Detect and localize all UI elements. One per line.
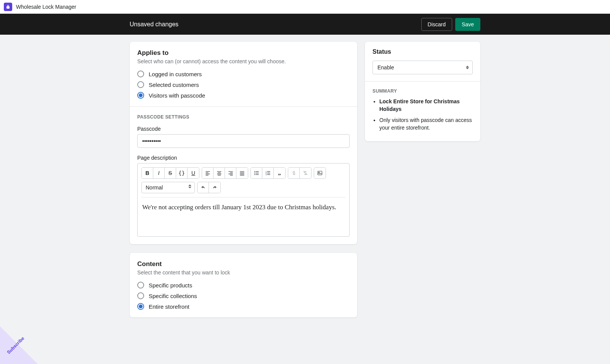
- svg-point-3: [254, 174, 255, 175]
- radio-icon: [137, 282, 144, 289]
- applies-to-heading: Applies to: [137, 49, 350, 57]
- passcode-settings-heading: PASSCODE SETTINGS: [137, 114, 350, 120]
- status-select[interactable]: Enable: [372, 61, 473, 74]
- applies-to-card: Applies to Select who can (or cannot) ac…: [130, 42, 357, 244]
- page-description-label: Page description: [137, 155, 350, 161]
- radio-icon: [137, 292, 144, 299]
- radio-selected-customers[interactable]: Selected customers: [137, 81, 350, 88]
- align-left-button[interactable]: [202, 168, 214, 178]
- blockquote-button[interactable]: ,,: [274, 168, 285, 178]
- titlebar: Wholesale Lock Manager: [0, 0, 610, 14]
- unordered-list-button[interactable]: [251, 168, 262, 178]
- content-heading: Content: [137, 260, 350, 268]
- radio-label: Entire storefront: [149, 303, 189, 310]
- status-card: Status Enable SUMMARY Lock Entire Store …: [365, 42, 480, 141]
- radio-entire-storefront[interactable]: Entire storefront: [137, 303, 350, 310]
- summary-item: Lock Entire Store for Christmas Holidays: [379, 98, 473, 113]
- svg-rect-5: [255, 173, 258, 173]
- summary-item: Only visitors with passcode can access y…: [379, 116, 473, 132]
- radio-label: Logged in customers: [149, 71, 202, 77]
- app-icon: [4, 3, 12, 11]
- unsaved-changes-label: Unsaved changes: [130, 21, 178, 28]
- radio-specific-collections[interactable]: Specific collections: [137, 292, 350, 299]
- code-button[interactable]: {}: [176, 168, 188, 178]
- radio-icon: [137, 92, 144, 99]
- undo-button[interactable]: [197, 182, 209, 193]
- strikethrough-button[interactable]: S: [165, 168, 176, 178]
- align-center-button[interactable]: [214, 168, 225, 178]
- save-button[interactable]: Save: [455, 18, 480, 31]
- summary-heading: SUMMARY: [372, 88, 473, 94]
- applies-to-sub: Select who can (or cannot) access the co…: [137, 58, 350, 64]
- passcode-label: Passcode: [137, 126, 350, 132]
- radio-label: Selected customers: [149, 82, 199, 88]
- app-name: Wholesale Lock Manager: [16, 4, 76, 10]
- passcode-input[interactable]: [137, 134, 350, 148]
- link-button[interactable]: [288, 168, 300, 178]
- underline-button[interactable]: U: [188, 168, 199, 178]
- radio-specific-products[interactable]: Specific products: [137, 282, 350, 289]
- align-justify-button[interactable]: [236, 168, 248, 178]
- subscribe-corner[interactable]: Subscribe: [0, 311, 53, 341]
- rich-text-editor: B I S {} U: [137, 163, 350, 237]
- radio-visitors-with-passcode[interactable]: Visitors with passcode: [137, 92, 350, 99]
- svg-rect-4: [255, 171, 258, 172]
- discard-button[interactable]: Discard: [421, 18, 452, 31]
- select-caret-icon: [466, 66, 469, 69]
- redo-button[interactable]: [209, 182, 220, 193]
- page-description-editor[interactable]: We're not accepting orders till January …: [141, 202, 345, 233]
- radio-logged-in-customers[interactable]: Logged in customers: [137, 71, 350, 77]
- radio-icon: [137, 71, 144, 77]
- svg-rect-10: [267, 171, 270, 172]
- content-card: Content Select the content that you want…: [130, 253, 357, 317]
- radio-label: Visitors with passcode: [149, 92, 205, 99]
- format-select[interactable]: Normal: [141, 182, 195, 193]
- svg-point-2: [254, 173, 255, 173]
- svg-rect-6: [255, 174, 258, 175]
- radio-label: Specific products: [149, 282, 192, 289]
- svg-point-1: [254, 171, 255, 172]
- format-select-value: Normal: [146, 184, 163, 191]
- svg-text:3: 3: [265, 174, 266, 176]
- radio-icon: [137, 81, 144, 88]
- actionbar: Unsaved changes Discard Save: [0, 14, 610, 35]
- status-select-value: Enable: [377, 64, 394, 71]
- image-button[interactable]: [314, 168, 326, 178]
- svg-rect-13: [318, 171, 322, 175]
- svg-rect-12: [267, 174, 270, 175]
- content-sub: Select the content that you want to lock: [137, 269, 350, 276]
- radio-label: Specific collections: [149, 293, 197, 299]
- ordered-list-button[interactable]: 123: [262, 168, 274, 178]
- italic-button[interactable]: I: [153, 168, 165, 178]
- svg-rect-0: [7, 6, 10, 8]
- align-right-button[interactable]: [225, 168, 236, 178]
- bold-button[interactable]: B: [142, 168, 153, 178]
- unlink-button[interactable]: [300, 168, 311, 178]
- status-heading: Status: [372, 48, 473, 55]
- svg-rect-11: [267, 173, 270, 173]
- radio-icon: [137, 303, 144, 310]
